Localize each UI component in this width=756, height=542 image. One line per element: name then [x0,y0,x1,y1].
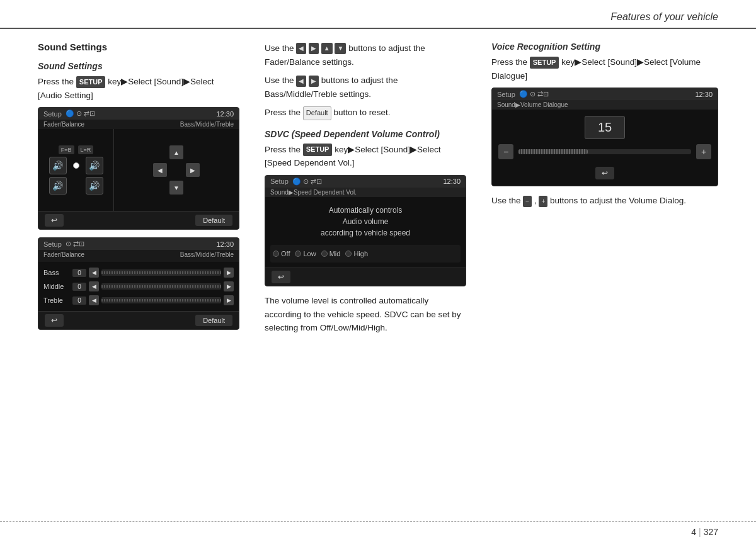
btn-right-icon2: ▶ [309,76,319,87]
vr-title: Voice Recognition Setting [491,42,718,52]
volume-minus-btn[interactable]: − [498,144,513,159]
sdvc-option-high[interactable]: High [345,249,368,259]
bmt-treble-right[interactable]: ▶ [224,295,234,305]
screen4-body: 15 − + [492,110,718,186]
sdvc-option-mid[interactable]: Mid [321,249,341,259]
screen1-back-btn[interactable] [45,214,64,227]
main-section-title: Sound Settings [38,42,239,52]
bmt-row-bass: Bass 0 ◀ ▶ [38,266,239,279]
bmt-treble-label: Treble [43,296,70,304]
option-high-label: High [353,249,368,259]
radio-low [295,251,301,257]
bmt-treble-left[interactable]: ◀ [89,295,99,305]
main-content: Sound Settings Sound Settings Press the … [0,29,756,502]
screen1-footer: Default [38,211,239,229]
screen1-default-btn[interactable]: Default [195,215,232,226]
speaker-rear-left: 🔊 [49,177,67,195]
page-footer: 4 | 327 [0,521,756,542]
arrow-right-btn[interactable] [186,163,200,177]
screen-voice: Setup 🔵 ⊙ ⇄⊡ 12:30 Sound▶Volume Dialogue… [491,88,718,186]
screen1-col2: Bass/Middle/Treble [180,121,234,128]
arrow-left-btn[interactable] [153,163,167,177]
volume-plus-btn[interactable]: + [696,144,711,159]
screen4-back-btn[interactable] [595,167,614,179]
arrow-down-btn[interactable] [169,181,183,195]
bmt-row-middle: Middle 0 ◀ ▶ [38,279,239,293]
radio-off [273,251,279,257]
screen3-back-btn[interactable] [272,271,290,283]
step1-pre: Press the [38,77,74,86]
sdvc-option-low[interactable]: Low [295,249,316,259]
screen2-title-area: Setup ⊙ ⇄⊡ [43,240,84,248]
arrow-up-btn[interactable] [169,145,183,159]
screen1-col1: Fader/Balance [43,121,84,128]
setup-badge-vr: SETUP [530,57,559,69]
screen4-icons: 🔵 ⊙ ⇄⊡ [519,90,549,98]
screen-fader-balance-visual: Setup 🔵 ⊙ ⇄⊡ 12:30 Fader/Balance Bass/Mi… [38,107,239,230]
bmt-middle-left[interactable]: ◀ [89,281,99,291]
bmt-bass-slider[interactable] [101,269,221,276]
crosshair [73,162,79,169]
page-section: 4 [691,527,696,537]
fader-balance-right [114,129,239,211]
fb-box2: L=R [78,145,94,154]
bmt-middle-slider[interactable] [101,283,221,290]
bmt-middle-right[interactable]: ▶ [224,281,234,291]
screen4-breadcrumb: Sound▶Volume Dialogue [492,100,718,110]
btn-down-icon: ▼ [335,43,346,54]
screen1-icons: 🔵 ⊙ ⇄⊡ [66,110,95,118]
btn-up-icon: ▲ [321,43,333,54]
screen3-header: Setup 🔵 ⊙ ⇄⊡ 12:30 [265,176,466,188]
sdvc-option-off[interactable]: Off [273,249,290,259]
use-buttons-bmt-text: Use the ◀ ▶ buttons to adjust the Bass/M… [265,74,466,101]
press-default-text: Press the Default button to reset. [265,106,466,120]
screen3-footer [265,268,466,286]
screen2-icons: ⊙ ⇄⊡ [66,240,84,248]
header-title: Features of your vehicle [610,11,718,23]
bmt-bass-value: 0 [72,269,86,277]
default-badge: Default [303,106,331,120]
setup-badge-sdvc: SETUP [303,144,333,156]
screen3-title: Setup [270,178,289,185]
screen2-default-btn[interactable]: Default [195,315,232,326]
screen-bmt: Setup ⊙ ⇄⊡ 12:30 Fader/Balance Bass/Midd… [38,237,239,330]
use-buttons-vol-text: Use the − , + buttons to adjust the Volu… [491,194,718,208]
volume-slider-row: − + [498,144,711,159]
bmt-treble-slider[interactable] [101,297,221,303]
right-column: Voice Recognition Setting Press the SETU… [479,42,718,489]
sdvc-text2: Audio volume [343,216,389,227]
step1-text: Press the SETUP key▶Select [Sound]▶Selec… [38,75,239,102]
screen1-body: F=B L=R 🔊 🔊 🔊 🔊 [38,129,239,211]
speaker-right: 🔊 [86,157,103,174]
screen2-time: 12:30 [216,240,234,248]
btn-right-icon: ▶ [309,43,319,54]
setup-badge-1: SETUP [76,76,106,89]
speaker-rear-right: 🔊 [86,177,103,195]
page-number: 327 [704,527,718,537]
sound-settings-subtitle: Sound Settings [38,61,239,71]
speaker-area: 🔊 🔊 [49,157,103,174]
radio-high [345,251,352,257]
btn-left-icon: ◀ [296,43,306,54]
screen2-back-btn[interactable] [45,314,64,327]
mid-column: Use the ◀ ▶ ▲ ▼ buttons to adjust the Fa… [252,42,479,489]
vr-step-text: Press the SETUP key▶Select [Sound]▶Selec… [491,55,718,82]
bmt-bass-left[interactable]: ◀ [89,268,99,278]
bmt-col-headers: Fader/Balance Bass/Middle/Treble [38,250,239,259]
option-off-label: Off [281,249,290,259]
bmt-bass-right[interactable]: ▶ [224,268,234,278]
page-divider: | [699,527,701,537]
fb-labels: F=B L=R [59,145,94,154]
volume-bar[interactable] [518,149,691,154]
bmt-treble-value: 0 [72,296,86,305]
screen4-header: Setup 🔵 ⊙ ⇄⊡ 12:30 [492,88,718,100]
screen4-title-area: Setup 🔵 ⊙ ⇄⊡ [497,90,549,98]
btn-left-icon2: ◀ [296,76,306,87]
speaker-area-bottom: 🔊 🔊 [49,177,103,195]
fb-box1: F=B [59,145,74,154]
bmt-row-treble: Treble 0 ◀ ▶ [38,293,239,307]
volume-bar-fill [518,149,588,154]
fader-balance-left: F=B L=R 🔊 🔊 🔊 🔊 [38,129,114,211]
option-low-label: Low [303,249,316,259]
screen2-title: Setup [43,240,62,248]
